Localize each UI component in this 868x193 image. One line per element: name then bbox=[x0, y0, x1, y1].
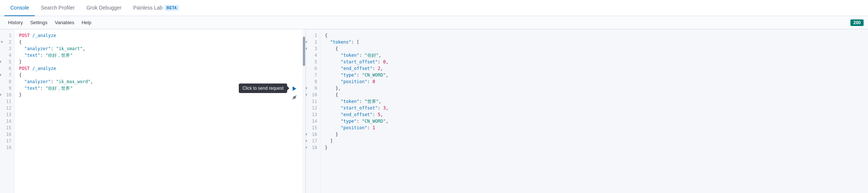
right-line-num-12: 12 bbox=[306, 105, 320, 111]
right-line-num-7: 7 bbox=[306, 72, 320, 78]
secondary-toolbar: History Settings Variables Help 200 bbox=[0, 16, 868, 29]
status-badge: 200 bbox=[850, 19, 864, 26]
right-line-num-15: 15 bbox=[306, 125, 320, 131]
right-line-num-14: 14 bbox=[306, 118, 320, 125]
history-button[interactable]: History bbox=[4, 16, 26, 29]
right-line-num-16: 16▼ bbox=[306, 131, 320, 138]
svg-marker-0 bbox=[293, 86, 296, 91]
tab-search-profiler[interactable]: Search Profiler bbox=[35, 0, 81, 16]
right-line-num-11: 11 bbox=[306, 98, 320, 105]
left-code-content[interactable]: POST /_analyze { "analyzer": "ik_smart",… bbox=[15, 29, 305, 193]
right-code-area: 1 2▼ 3▼ 4 5 6 7 8 9▼ 10▼ 11 12 13 14 15 … bbox=[306, 29, 868, 193]
send-request-button[interactable] bbox=[291, 85, 298, 92]
tab-console-label: Console bbox=[10, 5, 29, 11]
action-buttons bbox=[291, 85, 298, 101]
line-num-2: 2▼ bbox=[0, 39, 14, 45]
settings-button[interactable]: Settings bbox=[26, 16, 51, 29]
right-line-num-18: 18▼ bbox=[306, 144, 320, 151]
left-scrollbar-thumb[interactable] bbox=[303, 37, 305, 66]
tab-search-profiler-label: Search Profiler bbox=[41, 5, 75, 11]
line-num-14: 14 bbox=[0, 118, 14, 125]
line-num-4: 4 bbox=[0, 52, 14, 59]
left-editor-panel: 1 2▼ 3 4 5▼ 6 7▼ 8 9 10▼ 11 12 13 14 15 … bbox=[0, 29, 306, 193]
line-num-8: 8 bbox=[0, 78, 14, 85]
line-num-7: 7▼ bbox=[0, 72, 14, 78]
variables-button[interactable]: Variables bbox=[51, 16, 78, 29]
tab-grok-debugger[interactable]: Grok Debugger bbox=[81, 0, 127, 16]
right-line-num-6: 6 bbox=[306, 65, 320, 72]
right-line-num-2: 2▼ bbox=[306, 39, 320, 45]
right-line-num-9: 9▼ bbox=[306, 85, 320, 92]
top-tab-bar: Console Search Profiler Grok Debugger Pa… bbox=[0, 0, 868, 16]
right-line-num-13: 13 bbox=[306, 111, 320, 118]
line-num-10: 10▼ bbox=[0, 92, 14, 98]
line-num-11: 11 bbox=[0, 98, 14, 105]
right-line-num-4: 4 bbox=[306, 52, 320, 59]
line-num-16: 16 bbox=[0, 131, 14, 138]
right-output-panel: 1 2▼ 3▼ 4 5 6 7 8 9▼ 10▼ 11 12 13 14 15 … bbox=[306, 29, 868, 193]
line-num-18: 18 bbox=[0, 144, 14, 151]
line-num-6: 6 bbox=[0, 65, 14, 72]
line-num-12: 12 bbox=[0, 105, 14, 111]
line-num-9: 9 bbox=[0, 85, 14, 92]
right-line-num-1: 1 bbox=[306, 32, 320, 39]
line-num-17: 17 bbox=[0, 138, 14, 144]
left-line-numbers: 1 2▼ 3 4 5▼ 6 7▼ 8 9 10▼ 11 12 13 14 15 … bbox=[0, 29, 15, 193]
right-line-numbers: 1 2▼ 3▼ 4 5 6 7 8 9▼ 10▼ 11 12 13 14 15 … bbox=[306, 29, 320, 193]
right-line-num-17: 17▼ bbox=[306, 138, 320, 144]
right-line-num-5: 5 bbox=[306, 59, 320, 65]
right-line-num-3: 3▼ bbox=[306, 45, 320, 52]
help-button[interactable]: Help bbox=[78, 16, 95, 29]
tab-painless-lab[interactable]: Painless Lab BETA bbox=[127, 0, 185, 16]
editor-container: 1 2▼ 3 4 5▼ 6 7▼ 8 9 10▼ 11 12 13 14 15 … bbox=[0, 29, 868, 193]
right-line-num-8: 8 bbox=[306, 78, 320, 85]
right-line-num-10: 10▼ bbox=[306, 92, 320, 98]
line-num-15: 15 bbox=[0, 125, 14, 131]
tab-painless-lab-label: Painless Lab bbox=[133, 5, 163, 11]
left-scrollbar[interactable] bbox=[303, 29, 305, 193]
tab-grok-debugger-label: Grok Debugger bbox=[86, 5, 122, 11]
line-num-5: 5▼ bbox=[0, 59, 14, 65]
wrench-button[interactable] bbox=[291, 94, 298, 101]
line-num-1: 1 bbox=[0, 32, 14, 39]
line-num-3: 3 bbox=[0, 45, 14, 52]
tab-console[interactable]: Console bbox=[4, 0, 35, 16]
right-code-content: { "tokens": [ { "token": "你好", "start_of… bbox=[320, 29, 868, 193]
send-request-tooltip: Click to send request bbox=[239, 83, 287, 93]
beta-badge: BETA bbox=[165, 5, 179, 11]
line-num-13: 13 bbox=[0, 111, 14, 118]
left-code-editor[interactable]: 1 2▼ 3 4 5▼ 6 7▼ 8 9 10▼ 11 12 13 14 15 … bbox=[0, 29, 305, 193]
